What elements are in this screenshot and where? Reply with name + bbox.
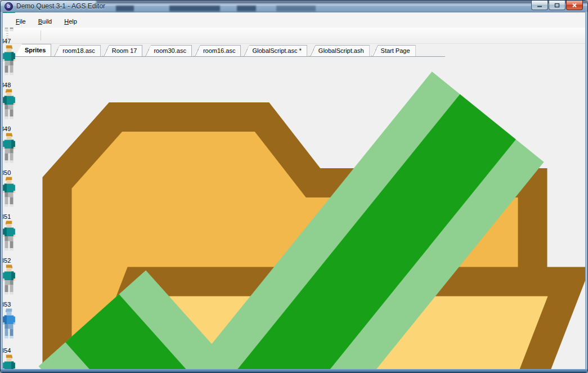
explorer-tree-item-general-settings[interactable]: General Settings bbox=[1, 2, 578, 372]
minimize-button[interactable] bbox=[531, 1, 548, 10]
app-icon: b bbox=[5, 2, 13, 11]
window-border bbox=[585, 12, 587, 372]
menu-build[interactable]: Build bbox=[33, 17, 57, 26]
menu-file[interactable]: File bbox=[11, 17, 31, 26]
menu-bar: FileBuildHelp bbox=[3, 13, 586, 28]
window-title: Demo Quest 3-1 - AGS Editor bbox=[16, 2, 105, 10]
titlebar-artifact bbox=[96, 1, 588, 3]
titlebar-artifact bbox=[237, 6, 256, 11]
titlebar-artifact bbox=[169, 6, 220, 11]
menu-help[interactable]: Help bbox=[59, 17, 82, 26]
window-border bbox=[1, 12, 3, 372]
titlebar-artifact bbox=[276, 6, 316, 11]
tab-label: Sprites bbox=[25, 47, 46, 53]
titlebar-artifact bbox=[116, 6, 134, 11]
explorer-tree: General SettingsColoursSpritesAbText Par… bbox=[1, 2, 578, 372]
close-button[interactable] bbox=[566, 1, 583, 10]
maximize-button[interactable] bbox=[549, 1, 565, 10]
title-bar[interactable]: b Demo Quest 3-1 - AGS Editor bbox=[1, 1, 587, 12]
ags-editor-window: b Demo Quest 3-1 - AGS Editor FileBuildH… bbox=[0, 0, 588, 373]
window-border bbox=[1, 369, 587, 372]
